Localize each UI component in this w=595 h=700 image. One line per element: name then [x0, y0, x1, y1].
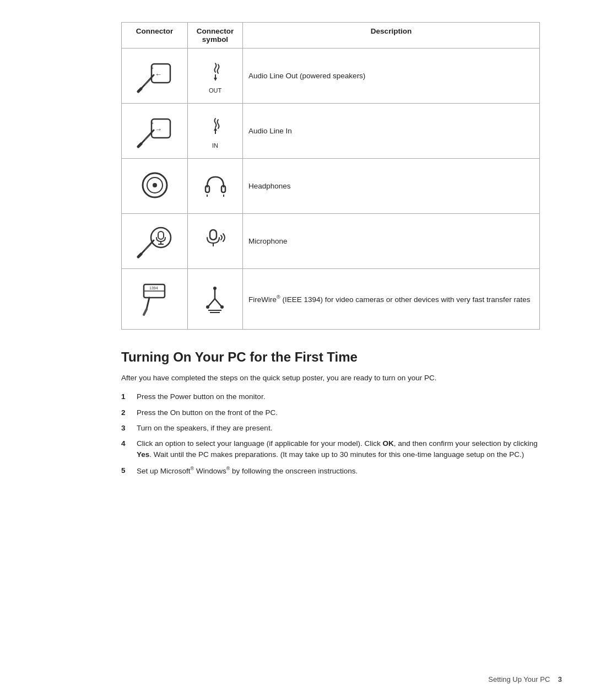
step-number: 1 — [121, 391, 132, 402]
desc-cell-firewire: FireWire® (IEEE 1394) for video cameras … — [243, 269, 540, 330]
symbol-cell-firewire — [188, 269, 243, 330]
steps-list: 1 Press the Power button on the monitor.… — [121, 391, 540, 476]
intro-paragraph: After you have completed the steps on th… — [121, 373, 540, 384]
step-number: 2 — [121, 407, 132, 418]
svg-line-10 — [138, 144, 141, 147]
step-text: Set up Microsoft® Windows® by following … — [137, 465, 358, 477]
col-header-symbol: Connectorsymbol — [188, 23, 243, 49]
list-item: 3 Turn on the speakers, if they are pres… — [121, 423, 540, 434]
svg-rect-30 — [158, 231, 164, 239]
table-row: 1394 — [122, 269, 540, 330]
svg-line-41 — [208, 299, 215, 306]
desc-cell-out: Audio Line Out (powered speakers) — [243, 49, 540, 104]
connector-icon-cell: ← ≡ — [122, 49, 188, 104]
step-text: Turn on the speakers, if they are presen… — [137, 423, 272, 434]
list-item: 1 Press the Power button on the monitor. — [121, 391, 540, 402]
svg-marker-8 — [214, 78, 217, 81]
svg-line-26 — [138, 254, 141, 257]
svg-text:≡: ≡ — [151, 121, 154, 126]
svg-line-38 — [147, 298, 149, 309]
svg-line-1 — [138, 89, 141, 91]
step-number: 4 — [121, 438, 132, 449]
page-content: Connector Connectorsymbol Description — [121, 22, 540, 476]
firewire-connector-icon: 1394 — [133, 273, 177, 323]
section-title: Turning On Your PC for the First Time — [121, 349, 540, 365]
list-item: 2 Press the On button on the front of th… — [121, 407, 540, 418]
step-text: Click an option to select your language … — [137, 438, 540, 461]
connector-icon-cell: → ≡ — [122, 104, 188, 159]
headphones-symbol — [202, 171, 229, 199]
microphone-symbol — [200, 225, 230, 256]
microphone-connector-icon — [133, 218, 177, 262]
footer-text: Setting Up Your PC — [488, 675, 550, 683]
connector-table: Connector Connectorsymbol Description — [121, 22, 540, 330]
desc-cell-microphone: Microphone — [243, 214, 540, 269]
audio-line-out-icon: ← ≡ — [133, 53, 177, 97]
firewire-symbol — [200, 283, 230, 314]
headphones-connector-icon — [136, 166, 174, 204]
svg-point-44 — [206, 305, 209, 309]
col-header-description: Description — [243, 23, 540, 49]
symbol-cell-in: IN — [188, 104, 243, 159]
page-footer: Setting Up Your PC 3 — [488, 675, 562, 683]
symbol-cell-out: OUT — [188, 49, 243, 104]
step-text: Press the On button on the front of the … — [137, 407, 278, 418]
desc-cell-in: Audio Line In — [243, 104, 540, 159]
connector-icon-cell — [122, 214, 188, 269]
svg-marker-17 — [214, 127, 217, 131]
svg-text:←: ← — [155, 70, 162, 78]
step-number: 3 — [121, 423, 132, 434]
symbol-cell-mic — [188, 214, 243, 269]
svg-point-20 — [153, 183, 157, 187]
svg-text:1394: 1394 — [149, 286, 158, 290]
svg-rect-33 — [210, 230, 217, 240]
audio-in-symbol — [202, 113, 229, 141]
table-row: Microphone — [122, 214, 540, 269]
list-item: 4 Click an option to select your languag… — [121, 438, 540, 461]
connector-icon-cell: 1394 — [122, 269, 188, 330]
svg-text:≡: ≡ — [151, 66, 154, 71]
svg-line-39 — [144, 309, 147, 315]
desc-cell-headphones: Headphones — [243, 159, 540, 214]
in-label: IN — [193, 142, 237, 149]
table-row: Headphones — [122, 159, 540, 214]
table-row: → ≡ IN Audio Line In — [122, 104, 540, 159]
step-text: Press the Power button on the monitor. — [137, 391, 265, 402]
list-item: 5 Set up Microsoft® Windows® by followin… — [121, 465, 540, 477]
svg-point-43 — [213, 287, 217, 290]
symbol-cell-headphones — [188, 159, 243, 214]
page-number: 3 — [558, 675, 562, 683]
table-row: ← ≡ OUT Audio Line Ou — [122, 49, 540, 104]
connector-icon-cell — [122, 159, 188, 214]
step-number: 5 — [121, 465, 132, 476]
svg-line-42 — [215, 299, 221, 306]
svg-text:→: → — [155, 125, 162, 133]
col-header-connector: Connector — [122, 23, 188, 49]
audio-line-in-icon: → ≡ — [133, 108, 177, 152]
audio-out-symbol — [202, 58, 229, 85]
out-label: OUT — [193, 87, 237, 94]
svg-point-45 — [220, 305, 224, 309]
